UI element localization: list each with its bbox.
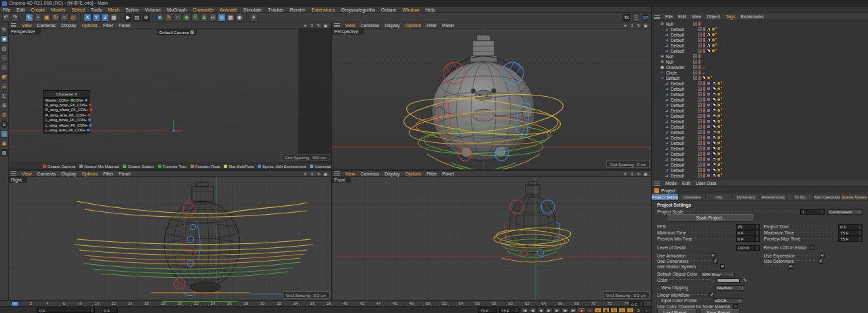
transport-button[interactable]: ▶ — [553, 308, 561, 313]
object-manager-menu-item[interactable]: Edit — [678, 14, 686, 19]
viewport-menu-item[interactable]: Filter — [103, 23, 113, 28]
object-row[interactable]: · ⊿ Default ✓ — [652, 135, 868, 140]
visibility-dots-icon[interactable] — [703, 114, 705, 118]
object-row[interactable]: · ⊿ Default ✓ — [652, 151, 868, 156]
visibility-dots-icon[interactable] — [703, 152, 705, 156]
object-name[interactable]: Default — [671, 108, 698, 113]
object-name[interactable]: Default — [671, 81, 698, 86]
viewport-label[interactable]: Right — [9, 177, 27, 183]
viewport-menu-item[interactable]: Panel — [442, 23, 454, 28]
viewport-nav-icon[interactable]: ▣ — [643, 23, 648, 28]
object-row[interactable]: · ⊿ Default ✓ — [652, 43, 868, 48]
viewport-menu-item[interactable]: Cameras — [361, 171, 380, 176]
stepper-icon[interactable] — [820, 210, 823, 214]
octane-dock-item[interactable]: Octane Camera — [43, 165, 75, 169]
transport-button[interactable]: |◀ — [521, 308, 528, 313]
object-row[interactable]: · ⊿ Default ✓ — [652, 75, 868, 81]
viewport-label[interactable]: Perspective — [9, 28, 41, 35]
object-row[interactable]: · ⊿ Default ✓ — [652, 140, 868, 146]
weight-tag-icon[interactable] — [707, 157, 711, 161]
enable-checkbox-icon[interactable] — [698, 38, 702, 42]
menu-item[interactable]: Tools — [91, 7, 102, 12]
object-name[interactable]: Default — [671, 168, 698, 173]
object-name[interactable]: Null — [666, 22, 693, 26]
xpresso-tag-icon[interactable] — [712, 98, 716, 102]
octane-dock-item[interactable]: Specs. Hdri Environment — [258, 165, 306, 169]
enable-checkbox-icon[interactable] — [698, 130, 702, 134]
menu-item[interactable]: Help — [425, 7, 435, 12]
toolbar-icon[interactable]: ⊛ — [142, 14, 150, 22]
visibility-dots-icon[interactable] — [703, 168, 705, 172]
constraint-tag-icon[interactable] — [712, 27, 717, 31]
transport-button[interactable]: ▶ — [545, 308, 553, 313]
visibility-dots-icon[interactable] — [703, 98, 705, 102]
xpresso-tag-icon[interactable] — [712, 87, 716, 91]
viewport-nav-icon[interactable]: ▣ — [323, 23, 328, 28]
enable-checkbox-icon[interactable] — [698, 168, 702, 172]
toolbar-icon[interactable]: ■ — [156, 14, 164, 22]
stepper-icon[interactable] — [755, 225, 758, 229]
weight-tag-icon[interactable] — [707, 119, 711, 123]
visibility-dots-icon[interactable] — [703, 49, 705, 53]
toolbar-icon[interactable]: X — [83, 14, 92, 22]
character-control-row[interactable]: R_wing_bicep_FK_CON+ — [44, 102, 89, 107]
viewport-nav-icon[interactable]: ⇕ — [309, 171, 315, 176]
object-row[interactable]: · ⊕ Null ✓ — [652, 59, 868, 64]
constraint-tag-icon[interactable] — [717, 135, 723, 140]
use-flag-checkbox[interactable] — [713, 259, 718, 264]
character-overlay-title[interactable]: Character ▾ — [44, 91, 89, 98]
palette-icon[interactable]: L — [1, 92, 8, 100]
toolbar-icon[interactable]: ◉ — [235, 14, 243, 22]
visibility-dots-icon[interactable] — [703, 163, 705, 167]
menu-item[interactable]: Spline — [125, 7, 138, 12]
weight-tag-icon[interactable] — [707, 114, 711, 118]
weight-tag-icon[interactable] — [707, 135, 711, 140]
palette-icon[interactable]: S — [1, 111, 8, 119]
object-name[interactable]: Default — [671, 38, 698, 43]
toolbar-icon[interactable]: ☀ — [250, 14, 258, 22]
toolbar-icon[interactable]: ▶ — [124, 14, 132, 22]
use-flag-checkbox[interactable] — [789, 264, 793, 269]
octane-dock-item[interactable]: Forester Rock — [191, 165, 220, 169]
object-manager-menu-item[interactable]: Object — [707, 14, 720, 19]
visibility-dots-icon[interactable] — [703, 103, 705, 107]
stepper-icon[interactable] — [858, 237, 861, 241]
project-scale-unit-dropdown[interactable]: Centimeters∨ — [827, 209, 863, 215]
viewport-menu-icon[interactable] — [11, 23, 16, 27]
visibility-dots-icon[interactable] — [703, 33, 705, 37]
xpresso-tag-icon[interactable] — [712, 168, 716, 172]
character-control-row[interactable]: R_wing_elbow_FK_CON+ — [44, 108, 89, 112]
menu-item[interactable]: Render — [290, 7, 305, 12]
menu-item[interactable]: File — [3, 7, 10, 12]
attribute-tab[interactable]: Scene Nodes — [841, 194, 868, 200]
viewport-menu-item[interactable]: Cameras — [37, 171, 56, 176]
object-row[interactable]: · ⊿ Default ✓ — [652, 129, 868, 135]
visibility-dots-icon[interactable] — [703, 38, 705, 42]
enable-checkbox-icon[interactable] — [698, 98, 702, 102]
enable-checkbox-icon[interactable] — [698, 173, 702, 178]
toolbar-icon[interactable]: ↖ — [25, 14, 33, 22]
object-name[interactable]: Default — [671, 27, 698, 32]
object-row[interactable]: · ⊿ Default ✓ — [652, 167, 868, 173]
weight-tag-icon[interactable] — [707, 130, 711, 134]
time-field[interactable]: 0 F — [736, 230, 760, 236]
time-field[interactable]: 25 — [736, 224, 760, 230]
object-name[interactable]: Circle — [666, 70, 693, 75]
transport-button[interactable]: + — [594, 308, 601, 313]
constraint-tag-icon[interactable] — [717, 146, 723, 150]
xpresso-tag-icon[interactable] — [712, 81, 716, 85]
weight-tag-icon[interactable] — [707, 168, 711, 172]
viewport-label[interactable]: Perspective — [332, 28, 364, 35]
time-field[interactable]: 0 F — [838, 224, 863, 230]
palette-icon[interactable]: ∴ — [1, 54, 8, 62]
viewport-menu-item[interactable]: View — [22, 171, 32, 176]
palette-icon[interactable]: S — [1, 121, 8, 128]
use-flag-checkbox[interactable] — [720, 264, 725, 269]
object-name[interactable]: Default — [671, 157, 698, 162]
visibility-dots-icon[interactable] — [698, 65, 701, 69]
toolbar-icon[interactable]: ▣ — [43, 14, 51, 22]
load-preset-button[interactable]: Load Preset... — [657, 309, 696, 313]
menu-item[interactable]: Character — [193, 7, 214, 12]
panel-menu-icon[interactable] — [654, 182, 660, 186]
viewport-nav-icon[interactable]: ▣ — [323, 171, 328, 176]
